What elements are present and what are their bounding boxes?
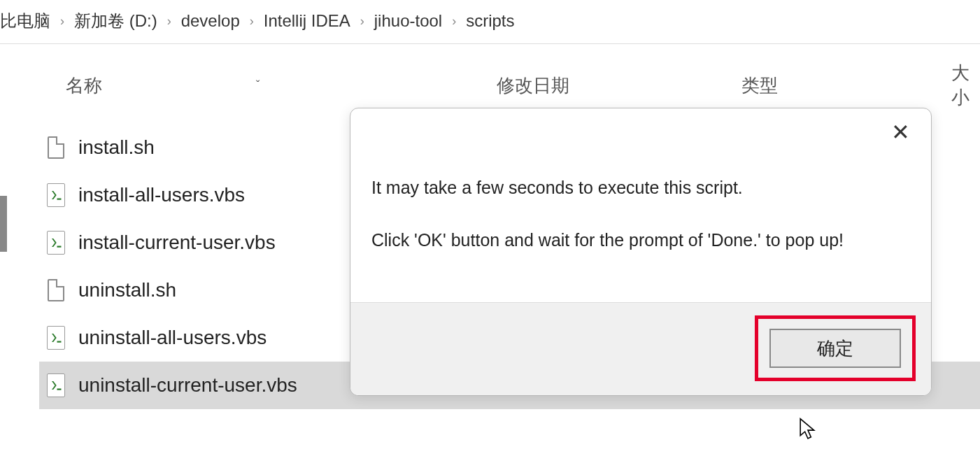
vbs-file-icon — [46, 325, 66, 350]
dialog-text-line: Click 'OK' button and wait for the promp… — [371, 228, 910, 252]
file-icon — [46, 135, 66, 160]
column-size[interactable]: 大小 — [951, 61, 980, 110]
column-date[interactable]: 修改日期 — [497, 73, 741, 98]
chevron-right-icon: › — [452, 14, 456, 29]
message-dialog: ✕ It may take a few seconds to execute t… — [350, 108, 932, 396]
breadcrumb-item[interactable]: jihuo-tool — [374, 11, 442, 31]
close-icon[interactable]: ✕ — [888, 121, 913, 143]
cursor-icon — [799, 417, 817, 442]
dialog-footer: 确定 — [350, 302, 931, 395]
file-name: install-current-user.vbs — [78, 232, 276, 254]
chevron-right-icon: › — [250, 14, 254, 29]
dialog-body: It may take a few seconds to execute thi… — [350, 143, 931, 252]
ok-button[interactable]: 确定 — [769, 329, 901, 368]
dialog-text-line: It may take a few seconds to execute thi… — [371, 176, 910, 200]
vbs-file-icon — [46, 183, 66, 208]
sort-caret-icon: ˇ — [256, 79, 260, 92]
chevron-right-icon: › — [360, 14, 364, 29]
chevron-right-icon: › — [167, 14, 171, 29]
vbs-file-icon — [46, 373, 66, 398]
file-icon — [46, 278, 66, 303]
file-name: install.sh — [78, 136, 155, 159]
file-name: install-all-users.vbs — [78, 184, 245, 206]
column-type[interactable]: 类型 — [741, 73, 951, 98]
breadcrumb-item[interactable]: scripts — [466, 11, 514, 31]
breadcrumb-item[interactable]: 比电脑 — [0, 10, 50, 32]
column-name[interactable]: 名称 ˇ — [0, 73, 497, 98]
breadcrumb-item[interactable]: Intellij IDEA — [264, 11, 350, 31]
file-name: uninstall-current-user.vbs — [78, 374, 297, 397]
scrollbar-hint[interactable] — [0, 196, 7, 252]
dialog-header: ✕ — [350, 108, 931, 143]
column-name-label: 名称 — [66, 73, 102, 98]
file-name: uninstall-all-users.vbs — [78, 327, 267, 349]
chevron-right-icon: › — [60, 14, 64, 29]
breadcrumb-item[interactable]: 新加卷 (D:) — [74, 10, 157, 32]
ok-highlight: 确定 — [755, 315, 916, 381]
vbs-file-icon — [46, 230, 66, 255]
breadcrumb-item[interactable]: develop — [181, 11, 240, 31]
breadcrumb: 比电脑 › 新加卷 (D:) › develop › Intellij IDEA… — [0, 0, 980, 42]
file-name: uninstall.sh — [78, 279, 176, 301]
